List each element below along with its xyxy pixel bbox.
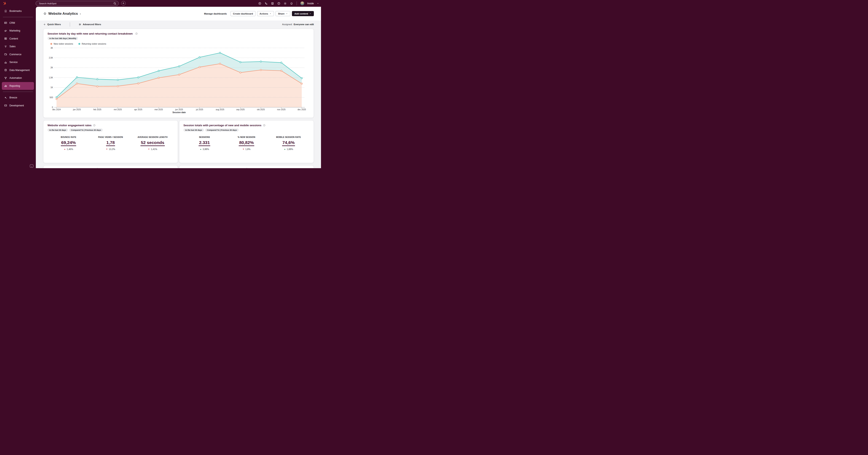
caret-down-icon[interactable] [317, 2, 319, 4]
card-title: Website visitor engagement rates [48, 124, 92, 127]
sidebar-item-development[interactable]: Development [0, 102, 36, 110]
sidebar-divider [3, 17, 33, 17]
metric-value[interactable]: 69,24% [61, 140, 76, 146]
favorite-star-icon[interactable] [43, 12, 47, 15]
sidebar-item-commerce[interactable]: Commerce [0, 51, 36, 59]
info-icon[interactable] [245, 168, 248, 168]
sliders-icon [79, 23, 81, 26]
phone-icon[interactable] [265, 2, 268, 5]
metric-delta: ▲1,88% [268, 148, 310, 150]
filters-row: Quick filters Advanced filters Assigned:… [36, 21, 321, 28]
info-icon[interactable] [93, 124, 96, 127]
svg-text:jan 2025: jan 2025 [73, 108, 81, 111]
avatar[interactable] [300, 1, 304, 5]
metric-value[interactable]: 2.331 [198, 140, 210, 146]
info-icon[interactable] [96, 168, 99, 168]
delta-down-icon: ▼ [242, 148, 244, 150]
legend-item[interactable]: New visitor sessions [50, 42, 73, 45]
document-lines-icon [4, 37, 7, 40]
filter-badge: Compared To | Previous 30 days [69, 128, 103, 132]
sidebar-collapse-button[interactable] [30, 164, 33, 168]
info-icon[interactable] [135, 32, 138, 35]
metric-delta: ▼1,8% [225, 148, 267, 150]
search-input[interactable] [39, 2, 112, 5]
caret-down-icon [270, 13, 272, 15]
sidebar-item-bookmarks[interactable]: Bookmarks [0, 7, 36, 15]
sidebar-item-crm[interactable]: CRM [0, 19, 36, 27]
gear-icon[interactable] [283, 2, 287, 5]
metric-delta: ▲3,88% [183, 148, 225, 150]
card-title-row: Session totals with percentage of new an… [183, 123, 310, 127]
svg-text:2,5K: 2,5K [49, 57, 53, 59]
metric-value[interactable]: 74,6% [282, 140, 295, 146]
svg-text:500: 500 [50, 96, 53, 99]
manage-dashboards-button[interactable]: Manage dashboards [204, 12, 227, 15]
advanced-filters-button[interactable]: Advanced filters [79, 23, 101, 26]
page-title[interactable]: Website Analytics [48, 12, 78, 16]
filter-badge: Compared To | Previous 30 days [205, 128, 239, 132]
svg-text:jun 2025: jun 2025 [175, 108, 183, 111]
sidebar-item-marketing[interactable]: Marketing [0, 27, 36, 35]
topbar-icons [258, 2, 293, 5]
sidebar-item-data-management[interactable]: Data Management [0, 66, 36, 74]
sidebar-item-breeze[interactable]: Breeze [0, 94, 36, 102]
svg-text:apr 2025: apr 2025 [134, 108, 143, 111]
hubspot-logo-icon[interactable] [3, 1, 6, 5]
svg-text:dec 2024: dec 2024 [52, 108, 61, 111]
info-icon[interactable] [263, 124, 266, 127]
metric-value[interactable]: 52 seconds [141, 140, 164, 146]
delta-down-icon: ▼ [106, 148, 108, 150]
metric-cards-row: Website visitor engagement ratesIn the l… [43, 120, 314, 163]
legend-item[interactable]: Returning visitor sessions [79, 42, 106, 45]
database-icon [4, 69, 7, 72]
metric-value[interactable]: 80,82% [239, 140, 254, 146]
bell-icon[interactable] [290, 2, 293, 5]
metric-label: SESSIONS [183, 136, 225, 138]
create-dashboard-button[interactable]: Create dashboard [230, 11, 255, 16]
actions-button[interactable]: Actions [257, 11, 274, 16]
global-search[interactable] [36, 1, 119, 6]
share-button[interactable]: Share [276, 11, 290, 16]
assigned-value[interactable]: Everyone can edit [294, 23, 314, 26]
metric-value[interactable]: 1,78 [106, 140, 115, 146]
account-name[interactable]: Inside [307, 2, 314, 5]
bar-chart-icon [4, 84, 7, 87]
quick-filters-button[interactable]: Quick filters [43, 23, 61, 26]
metric: SESSIONS2.331▲3,88% [183, 136, 225, 150]
search-icon[interactable] [113, 2, 117, 5]
svg-text:jul 2025: jul 2025 [196, 108, 203, 111]
bookmark-icon [4, 10, 7, 13]
svg-text:feb 2025: feb 2025 [93, 108, 101, 111]
service-bell-icon [4, 61, 7, 64]
metric-delta: ▲1,46% [48, 148, 89, 150]
svg-text:3K: 3K [51, 47, 53, 49]
svg-text:0: 0 [52, 106, 53, 108]
add-content-button[interactable]: Add content [292, 11, 314, 16]
sessions-chart[interactable]: 05001K1,5K2K2,5K3Kdec 2024jan 2025feb 20… [43, 45, 314, 116]
sidebar-item-sales[interactable]: Sales [0, 42, 36, 51]
storefront-icon[interactable] [271, 2, 274, 5]
svg-text:nov 2025: nov 2025 [277, 108, 286, 111]
title-caret-down-icon[interactable] [79, 13, 82, 15]
arrow-up-circle-icon[interactable] [258, 2, 261, 5]
card-title-row: Website visitor engagement rates [48, 123, 174, 127]
metric-delta: ▼13,2% [89, 148, 131, 150]
sidebar-item-reporting[interactable]: Reporting [2, 82, 34, 90]
svg-text:Session date: Session date [173, 111, 186, 113]
workflow-icon [4, 76, 7, 79]
sidebar-item-automation[interactable]: Automation [0, 74, 36, 82]
badges: In the last 30 daysCompared To | Previou… [48, 128, 174, 132]
badges: In the last 365 days | Monthly [48, 37, 310, 40]
svg-text:okt 2025: okt 2025 [257, 108, 265, 111]
card-title: Website visit traffic sources by day [48, 168, 94, 168]
filter-badge: In the last 30 days [48, 128, 68, 132]
filter-badge: In the last 30 days [183, 128, 204, 132]
delta-up-icon: ▲ [200, 148, 202, 150]
sidebar-item-service[interactable]: Service [0, 58, 36, 66]
global-add-button[interactable] [121, 1, 126, 5]
svg-text:2K: 2K [51, 66, 53, 69]
help-circle-icon[interactable] [277, 2, 280, 5]
topbar-right: Inside [258, 0, 319, 7]
sidebar-item-content[interactable]: Content [0, 35, 36, 43]
svg-text:sep 2025: sep 2025 [236, 108, 245, 111]
